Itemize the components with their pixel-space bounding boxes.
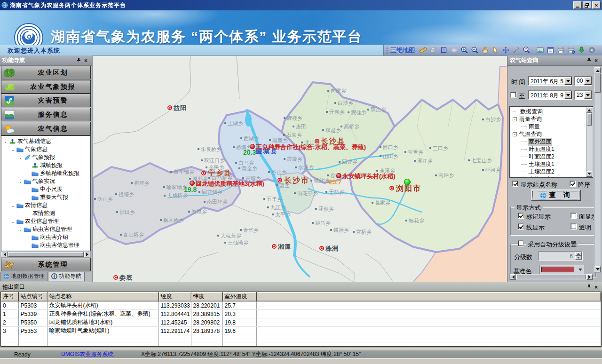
tree-collapse-toggle[interactable]: -: [18, 155, 23, 160]
query-panel-vscrollbar[interactable]: [594, 67, 601, 273]
chevron-down-icon[interactable]: [584, 77, 591, 85]
query-tree-item[interactable]: 数据查询: [510, 108, 593, 115]
nav-tree-item[interactable]: -气象实况: [1, 177, 90, 185]
county-marker[interactable]: [389, 186, 394, 190]
auto-grading-checkbox[interactable]: [518, 240, 524, 246]
tab-function-nav[interactable]: 功能导航: [48, 272, 85, 281]
spin-down-icon[interactable]: [575, 256, 582, 260]
date-to-combo[interactable]: 2011年 8月 9: [528, 90, 572, 100]
query-tree-item[interactable]: 叶面温度1: [510, 145, 593, 153]
chevron-down-icon[interactable]: [584, 91, 591, 99]
area-display-checkbox[interactable]: [570, 213, 577, 219]
status-system-link[interactable]: DMGIS农业服务系统: [61, 350, 141, 358]
toolbar-3dmap-button[interactable]: 三维地图: [390, 46, 415, 55]
query-button[interactable]: 查 询: [531, 190, 581, 201]
tree-collapse-toggle[interactable]: -: [11, 219, 15, 224]
county-marker[interactable]: [201, 171, 206, 175]
tree-collapse-toggle[interactable]: -: [18, 179, 23, 184]
close-icon[interactable]: ×: [593, 284, 600, 291]
brush-icon[interactable]: [511, 45, 521, 55]
nav-tree-item[interactable]: 病虫害信息管理: [1, 241, 90, 249]
output-column-header[interactable]: 经度: [158, 292, 191, 301]
query-tree-item[interactable]: -气温查询: [510, 130, 593, 138]
toolbar-grip[interactable]: [387, 47, 388, 54]
map-viewport[interactable]: 上湖乡西湖乡朱良桥乡双江口乡全民乡格塘乡白马乡黄金乡菁华铺乡牌楼乡唐田石常乡黑麋…: [92, 55, 507, 282]
query-tree-item[interactable]: 叶面温度2: [510, 153, 593, 160]
level-count-spinner[interactable]: 6: [539, 251, 583, 261]
selected-station-green-marker[interactable]: [404, 179, 411, 185]
query-tree-item[interactable]: 雨量: [510, 123, 593, 130]
hour-from-combo[interactable]: 00: [574, 76, 592, 86]
identify-icon[interactable]: ?: [521, 45, 531, 55]
nav-button-agro-forecast[interactable]: 农业气象预报: [1, 80, 91, 94]
date-from-combo[interactable]: 2011年 6月 5: [528, 76, 572, 86]
legend-icon[interactable]: [545, 45, 555, 55]
restore-button[interactable]: [583, 1, 591, 9]
chevron-down-icon[interactable]: [564, 77, 571, 85]
zoom-out-icon[interactable]: [469, 45, 480, 55]
nav-button-system-admin[interactable]: 系统管理: [1, 258, 91, 271]
city-marker[interactable]: [167, 105, 172, 110]
tab-map-data-manage[interactable]: 地图数据管理: [0, 272, 48, 281]
chevron-down-icon[interactable]: [564, 91, 571, 99]
nav-tree-item[interactable]: 重要天气报: [1, 193, 90, 201]
query-tree-vscrollbar[interactable]: [586, 107, 592, 177]
query-tree-item[interactable]: 土壤温度2: [510, 168, 593, 175]
output-table-row[interactable]: 1P5339正良种养合作社(综合:水稻、蔬菜、养殖)112.80444128.3…: [1, 310, 601, 318]
output-table-row[interactable]: 3P5353喻家坳烟叶气象站(烟叶)112.29117428.18937819.…: [1, 327, 601, 335]
tree-collapse-toggle[interactable]: -: [11, 147, 15, 152]
nav-button-service-info[interactable]: 服务信息: [1, 108, 91, 121]
center-icon[interactable]: [500, 45, 511, 55]
output-column-header[interactable]: 站点名称: [47, 292, 158, 301]
output-table-body[interactable]: 0P5303永安镇坪头村(水稻)113.29303328.22020125.71…: [1, 301, 601, 347]
zoom-in-icon[interactable]: [459, 45, 469, 55]
tree-collapse-toggle[interactable]: -: [3, 139, 8, 144]
nav-tree-item[interactable]: 乡镇精细化预报: [1, 169, 90, 177]
query-tree-item[interactable]: 室外温度: [510, 138, 593, 145]
city-marker[interactable]: [113, 275, 118, 280]
pin-icon[interactable]: [586, 57, 593, 64]
descending-checkbox[interactable]: [570, 181, 576, 187]
show-station-names-checkbox[interactable]: [512, 181, 518, 187]
nav-tree-hscrollbar[interactable]: [1, 251, 91, 258]
query-tree-item[interactable]: 土壤温度3: [510, 175, 593, 178]
nav-tree-item[interactable]: -农业信息管理: [1, 217, 90, 225]
nav-tree-item[interactable]: -农情信息: [1, 201, 90, 209]
transparent-checkbox[interactable]: [570, 223, 577, 229]
rectangle-icon[interactable]: [438, 45, 449, 55]
station-marker[interactable]: [336, 173, 341, 178]
nav-button-disaster-warning[interactable]: 灾害预警: [1, 94, 91, 107]
hour-to-combo[interactable]: 23: [574, 90, 592, 100]
print-icon[interactable]: [555, 45, 566, 55]
nav-button-zoning[interactable]: 农业区划: [1, 66, 91, 79]
nav-tree-item[interactable]: 病虫害介绍: [1, 233, 90, 241]
nav-tree-item[interactable]: 农情监测: [1, 209, 90, 217]
pan-icon[interactable]: [480, 45, 490, 55]
query-tree-item[interactable]: -雨量查询: [510, 115, 593, 123]
select-icon[interactable]: [490, 45, 500, 55]
output-table-header-row[interactable]: 序号站点编号站点名称经度纬度室外温度: [1, 292, 601, 301]
close-icon[interactable]: ×: [593, 57, 600, 64]
nav-tree-item[interactable]: -农气基础信息: [1, 137, 90, 145]
query-panel-hscrollbar[interactable]: [509, 274, 593, 280]
tree-collapse-toggle[interactable]: -: [18, 227, 23, 232]
ellipse-icon[interactable]: [449, 45, 459, 55]
nav-tree-item[interactable]: 城镇预报: [1, 161, 90, 169]
nav-tree-item[interactable]: -病虫害信息管理: [1, 225, 90, 233]
tree-collapse-toggle[interactable]: -: [513, 132, 517, 136]
output-table-row[interactable]: 0P5303永安镇坪头村(水稻)113.29303328.22020125.7: [1, 301, 601, 310]
output-column-header[interactable]: 纬度: [191, 292, 222, 301]
query-tree-item[interactable]: 土壤温度1: [510, 160, 593, 168]
city-marker[interactable]: [319, 246, 324, 251]
nav-tree-item[interactable]: 中小尺度: [1, 185, 90, 193]
marker-display-checkbox[interactable]: [518, 213, 524, 219]
station-marker[interactable]: [190, 181, 195, 186]
nav-tree-item[interactable]: -气象预报: [1, 153, 90, 161]
download-icon[interactable]: [576, 45, 586, 55]
image-export-icon[interactable]: [535, 45, 545, 55]
to-checkbox[interactable]: [510, 92, 516, 98]
close-icon[interactable]: ×: [82, 57, 89, 64]
spin-up-icon[interactable]: [575, 252, 582, 256]
minimize-button[interactable]: [573, 1, 582, 9]
nav-button-agro-weather-info[interactable]: 农气信息: [1, 122, 91, 135]
